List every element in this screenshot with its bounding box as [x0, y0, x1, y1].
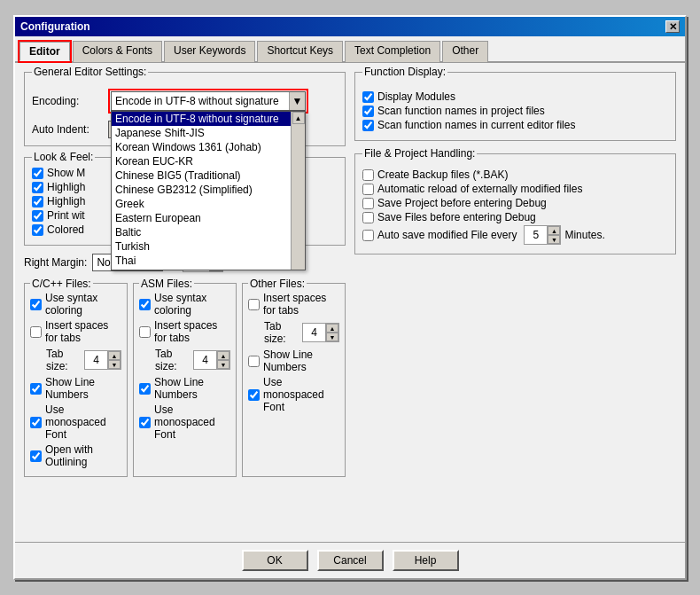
cpp-files-title: C/C++ Files:: [30, 278, 93, 290]
cpp-tab-value[interactable]: [85, 351, 108, 369]
cpp-spaces-checkbox[interactable]: [30, 326, 42, 338]
cpp-syntax-checkbox[interactable]: [30, 299, 42, 310]
asm-spaces-checkbox[interactable]: [139, 326, 151, 338]
other-spaces-tabs: Insert spaces for tabs: [248, 292, 339, 317]
asm-tab-size-row: Tab size: ▲ ▼: [155, 348, 230, 372]
cancel-button[interactable]: Cancel: [317, 550, 384, 571]
dropdown-item-11[interactable]: Vietnamese: [112, 268, 291, 270]
right-panel: Function Display: Display Modules Scan f…: [354, 72, 676, 533]
encoding-select-wrapper[interactable]: Encode in UTF-8 without signature ▼ Enco…: [111, 91, 306, 111]
cpp-outline-checkbox[interactable]: [30, 450, 42, 462]
dropdown-item-2[interactable]: Korean Windows 1361 (Johab): [112, 140, 291, 154]
asm-mono-checkbox[interactable]: [139, 417, 151, 428]
look-feel-checkbox-1[interactable]: [32, 182, 43, 193]
function-display-title: Function Display:: [362, 66, 447, 78]
file-project-group: File & Project Handling: Create Backup f…: [354, 153, 676, 254]
cpp-mono-checkbox[interactable]: [30, 417, 42, 428]
fd-scan-project: Scan function names in project files: [362, 105, 668, 117]
encoding-row: Encoding: Encode in UTF-8 without signat…: [32, 89, 338, 114]
asm-tab-value[interactable]: [194, 351, 217, 369]
auto-indent-label: Auto Indent:: [32, 123, 103, 136]
cpp-spaces-tabs: Insert spaces for tabs: [30, 319, 121, 344]
dropdown-item-9[interactable]: Turkish: [112, 239, 291, 254]
scrollbar-up[interactable]: ▲: [292, 112, 305, 124]
other-tab-spinner[interactable]: ▲ ▼: [302, 323, 339, 342]
fp-save-proj-checkbox[interactable]: [362, 198, 374, 209]
other-monospaced: Use monospaced Font: [248, 376, 339, 413]
bottom-buttons: OK Cancel Help: [15, 542, 685, 578]
configuration-dialog: Configuration ✕ Editor Colors & Fonts Us…: [13, 15, 687, 580]
cpp-tab-up[interactable]: ▲: [108, 351, 121, 360]
minutes-value[interactable]: [525, 226, 548, 244]
dropdown-item-4[interactable]: Chinese BIG5 (Traditional): [112, 168, 291, 183]
dropdown-item-8[interactable]: Baltic: [112, 225, 291, 239]
look-feel-checkbox-3[interactable]: [32, 210, 43, 222]
look-feel-checkbox-2[interactable]: [32, 196, 43, 207]
help-button[interactable]: Help: [393, 550, 459, 571]
asm-line-numbers: Show Line Numbers: [139, 376, 230, 401]
dropdown-item-0[interactable]: Encode in UTF-8 without signature: [112, 112, 291, 126]
other-spaces-checkbox[interactable]: [248, 299, 260, 310]
fd-display-modules: Display Modules: [362, 90, 668, 103]
look-feel-checkbox-0[interactable]: [32, 168, 43, 179]
look-feel-checkbox-4[interactable]: [32, 224, 43, 236]
cpp-tab-spinner[interactable]: ▲ ▼: [84, 350, 121, 370]
other-mono-checkbox[interactable]: [248, 389, 260, 401]
asm-tab-spinner[interactable]: ▲ ▼: [193, 350, 230, 370]
content-area: General Editor Settings: Encoding: Encod…: [15, 63, 685, 542]
tab-colors-fonts[interactable]: Colors & Fonts: [73, 41, 162, 62]
other-tab-value[interactable]: [303, 324, 326, 341]
asm-tab-down[interactable]: ▼: [217, 360, 229, 369]
cpp-tab-down[interactable]: ▼: [108, 360, 121, 369]
dropdown-item-1[interactable]: Japanese Shift-JIS: [112, 126, 291, 140]
asm-monospaced: Use monospaced Font: [139, 403, 230, 441]
fp-auto-reload: Automatic reload of externally modified …: [362, 183, 668, 195]
encoding-label: Encoding:: [32, 95, 103, 107]
file-project-title: File & Project Handling:: [362, 147, 477, 160]
cpp-tab-size-row: Tab size: ▲ ▼: [46, 348, 121, 372]
tab-other[interactable]: Other: [442, 41, 488, 62]
title-bar: Configuration ✕: [15, 17, 685, 36]
fp-reload-checkbox[interactable]: [362, 184, 374, 195]
asm-linenums-checkbox[interactable]: [139, 383, 151, 395]
dropdown-item-10[interactable]: Thai: [112, 254, 291, 268]
general-settings-title: General Editor Settings:: [32, 66, 148, 78]
asm-tab-up[interactable]: ▲: [217, 351, 229, 360]
other-tab-size-row: Tab size: ▲ ▼: [264, 320, 339, 345]
fd-scan-editor: Scan function names in current editor fi…: [362, 119, 668, 131]
dropdown-item-5[interactable]: Chinese GB2312 (Simplified): [112, 183, 291, 197]
tab-user-keywords[interactable]: User Keywords: [164, 41, 255, 62]
tab-bar: Editor Colors & Fonts User Keywords Shor…: [15, 36, 685, 63]
fd-scan-editor-checkbox[interactable]: [362, 120, 374, 131]
cpp-line-numbers: Show Line Numbers: [30, 376, 121, 401]
dropdown-item-6[interactable]: Greek: [112, 197, 291, 211]
close-button[interactable]: ✕: [665, 20, 680, 33]
fd-modules-checkbox[interactable]: [362, 91, 374, 103]
left-panel: General Editor Settings: Encoding: Encod…: [24, 72, 346, 533]
minutes-spinner[interactable]: ▲ ▼: [524, 225, 561, 245]
other-linenums-checkbox[interactable]: [248, 356, 260, 367]
fp-backup-checkbox[interactable]: [362, 169, 374, 181]
cpp-linenums-checkbox[interactable]: [30, 383, 42, 395]
dropdown-item-3[interactable]: Korean EUC-KR: [112, 154, 291, 168]
tab-editor[interactable]: Editor: [19, 41, 71, 62]
other-tab-up[interactable]: ▲: [326, 324, 338, 333]
minutes-down[interactable]: ▼: [548, 235, 560, 244]
asm-syntax-checkbox[interactable]: [139, 299, 151, 310]
look-feel-title: Look & Feel:: [32, 151, 95, 163]
cpp-outlining: Open with Outlining: [30, 443, 121, 468]
dialog-title: Configuration: [20, 20, 90, 33]
asm-spaces-tabs: Insert spaces for tabs: [139, 319, 230, 344]
tab-shortcut-keys[interactable]: Shortcut Keys: [257, 41, 343, 62]
fp-auto-save-checkbox[interactable]: [362, 230, 374, 241]
encoding-dropdown[interactable]: Encode in UTF-8 without signature Japane…: [111, 111, 306, 270]
fp-save-files-checkbox[interactable]: [362, 212, 374, 223]
ok-button[interactable]: OK: [242, 550, 308, 571]
dropdown-item-7[interactable]: Eastern European: [112, 211, 291, 225]
other-tab-down[interactable]: ▼: [326, 333, 338, 341]
fd-scan-project-checkbox[interactable]: [362, 106, 374, 117]
asm-syntax-color: Use syntax coloring: [139, 292, 230, 317]
tab-text-completion[interactable]: Text Completion: [345, 41, 440, 62]
fp-save-project: Save Project before entering Debug: [362, 197, 668, 209]
minutes-up[interactable]: ▲: [548, 226, 560, 235]
